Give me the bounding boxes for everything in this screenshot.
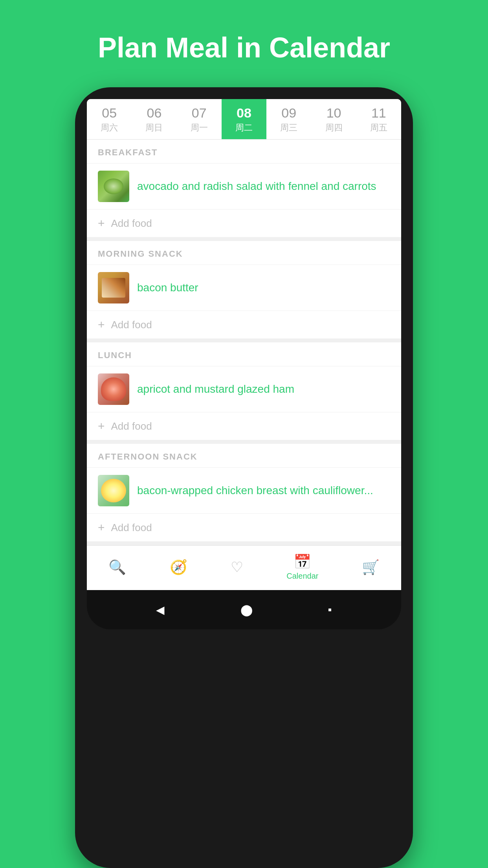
add-food-row[interactable]: + Add food (87, 210, 401, 237)
add-food-row[interactable]: + Add food (87, 412, 401, 440)
calendar-icon: 📅 (294, 554, 311, 570)
favorites-icon: ♡ (231, 559, 243, 576)
meal-name: avocado and radish salad with fennel and… (137, 179, 376, 193)
add-icon: + (98, 419, 105, 433)
meal-section-morning-snack: MORNING SNACK bacon butter + Add food (87, 241, 401, 338)
add-food-label: Add food (111, 217, 152, 230)
meal-thumbnail (98, 475, 129, 506)
calendar-header: 05 周六 06 周日 07 周一 08 周二 09 周三 10 周四 11 周… (87, 99, 401, 140)
section-header: BREAKFAST (87, 140, 401, 164)
day-number: 08 (237, 106, 251, 120)
day-label: 周一 (191, 122, 208, 134)
add-icon: + (98, 217, 105, 230)
day-label: 周日 (145, 122, 163, 134)
recent-button[interactable]: ▪ (328, 603, 332, 616)
calendar-day-08[interactable]: 08 周二 (222, 99, 266, 139)
day-number: 09 (281, 106, 296, 120)
add-icon: + (98, 521, 105, 534)
day-label: 周三 (280, 122, 297, 134)
meal-name: apricot and mustard glazed ham (137, 382, 294, 396)
meal-section-afternoon-snack: AFTERNOON SNACK bacon-wrapped chicken br… (87, 444, 401, 541)
back-button[interactable]: ◀ (156, 603, 165, 616)
search-icon: 🔍 (108, 559, 126, 576)
day-number: 05 (102, 106, 117, 120)
explore-icon: 🧭 (170, 559, 187, 576)
nav-item-favorites[interactable]: ♡ (223, 557, 251, 577)
add-icon: + (98, 318, 105, 331)
section-header: MORNING SNACK (87, 241, 401, 265)
add-food-row[interactable]: + Add food (87, 514, 401, 541)
meal-thumbnail (98, 272, 129, 303)
day-label: 周五 (370, 122, 387, 134)
bottom-nav: 🔍 🧭 ♡ 📅 Calendar 🛒 (87, 545, 401, 590)
meals-container: BREAKFAST avocado and radish salad with … (87, 140, 401, 545)
cart-icon: 🛒 (362, 559, 380, 576)
calendar-day-05[interactable]: 05 周六 (87, 99, 132, 139)
day-number: 10 (327, 106, 341, 120)
android-nav: ◀ ⬤ ▪ (87, 590, 401, 629)
day-number: 07 (192, 106, 207, 120)
meal-item[interactable]: bacon-wrapped chicken breast with caulif… (87, 468, 401, 514)
add-food-label: Add food (111, 319, 152, 331)
calendar-day-10[interactable]: 10 周四 (311, 99, 356, 139)
calendar-day-11[interactable]: 11 周五 (356, 99, 401, 139)
meal-item[interactable]: apricot and mustard glazed ham (87, 366, 401, 412)
meal-section-lunch: LUNCH apricot and mustard glazed ham + A… (87, 342, 401, 440)
nav-item-calendar[interactable]: 📅 Calendar (279, 552, 326, 582)
meal-item[interactable]: bacon butter (87, 265, 401, 311)
add-food-label: Add food (111, 522, 152, 534)
meal-thumbnail (98, 171, 129, 202)
day-label: 周二 (235, 122, 253, 134)
day-number: 11 (371, 106, 386, 120)
meal-name: bacon-wrapped chicken breast with caulif… (137, 484, 373, 498)
section-header: LUNCH (87, 342, 401, 366)
meal-section-breakfast: BREAKFAST avocado and radish salad with … (87, 140, 401, 237)
meal-name: bacon butter (137, 281, 198, 295)
day-label: 周四 (325, 122, 343, 134)
day-label: 周六 (101, 122, 118, 134)
phone-screen: 05 周六 06 周日 07 周一 08 周二 09 周三 10 周四 11 周… (87, 99, 401, 590)
home-button[interactable]: ⬤ (240, 603, 253, 616)
nav-item-search[interactable]: 🔍 (101, 557, 134, 577)
page-title: Plan Meal in Calendar (98, 31, 390, 64)
add-food-row[interactable]: + Add food (87, 311, 401, 338)
nav-item-explore[interactable]: 🧭 (162, 557, 195, 577)
nav-label-calendar: Calendar (286, 572, 318, 581)
add-food-label: Add food (111, 420, 152, 432)
meal-item[interactable]: avocado and radish salad with fennel and… (87, 164, 401, 210)
phone-frame: 05 周六 06 周日 07 周一 08 周二 09 周三 10 周四 11 周… (75, 87, 413, 868)
meal-thumbnail (98, 373, 129, 405)
calendar-day-07[interactable]: 07 周一 (177, 99, 222, 139)
section-header: AFTERNOON SNACK (87, 444, 401, 468)
calendar-day-06[interactable]: 06 周日 (132, 99, 176, 139)
calendar-day-09[interactable]: 09 周三 (266, 99, 311, 139)
nav-item-cart[interactable]: 🛒 (354, 557, 387, 577)
day-number: 06 (147, 106, 162, 120)
